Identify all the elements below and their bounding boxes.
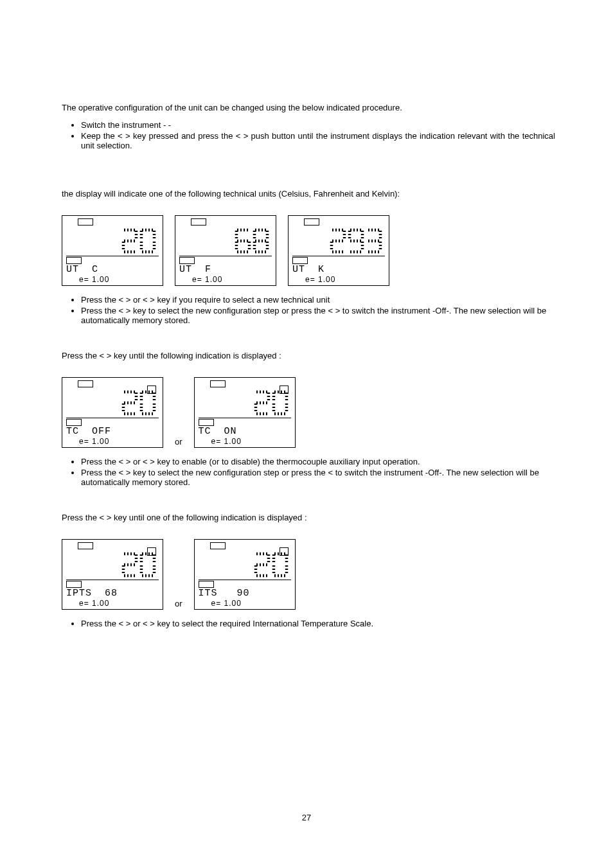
or-separator: or <box>175 599 182 610</box>
digit-0-icon <box>139 552 156 578</box>
lcd-panel: UT K e= 1.00 <box>288 215 389 286</box>
lcd-small-box-icon <box>280 385 289 394</box>
list-item: Switch the instrument - - <box>81 120 555 130</box>
lcd-battery-icon <box>292 257 308 264</box>
lcd-bottom-line: IPTS 68 <box>66 589 159 598</box>
steps-list-4: Press the < > or < > key to select the r… <box>62 619 555 628</box>
lcd-panel: IPTS 68 e= 1.00 <box>62 539 163 610</box>
document-page: The operative configuration of the unit … <box>0 0 613 835</box>
digit-8-icon <box>253 228 269 254</box>
intro-paragraph: The operative configuration of the unit … <box>62 103 555 114</box>
lcd-small-box-icon <box>147 385 156 394</box>
lcd-panel: ITS 90 e= 1.00 <box>194 539 296 610</box>
digit-0-icon <box>272 552 289 578</box>
page-number: 27 <box>0 813 613 822</box>
digit-2-icon <box>121 552 138 578</box>
lcd-bottom-line: UT C <box>66 265 159 274</box>
lcd-small-box-icon <box>147 547 156 556</box>
list-item: Press the < > key to select the new conf… <box>81 306 555 325</box>
digit-0-icon <box>139 228 156 254</box>
digit-0-icon <box>139 390 156 416</box>
lcd-battery-icon <box>78 380 93 387</box>
list-item: Press the < > or < > key to select the r… <box>81 619 555 628</box>
digit-2-icon <box>330 228 346 254</box>
lcd-e-line: e= 1.00 <box>211 438 291 445</box>
digit-2-icon <box>121 228 138 254</box>
digit-2-icon <box>254 390 271 416</box>
lcd-row-1: UT C e= 1.00 UT F e= 1.00 UT K e= 1.00 <box>62 215 555 286</box>
lcd-row-2: TC OFF e= 1.00 or TC ON e= 1.00 <box>62 377 555 448</box>
lcd-main-reading <box>179 227 272 254</box>
lcd-main-reading <box>66 227 159 254</box>
steps-list-2: Press the < > or < > key if you require … <box>62 295 555 325</box>
lcd-battery-icon <box>210 542 226 549</box>
lcd-battery-icon <box>191 218 206 226</box>
list-item: Press the < > key to select the new conf… <box>81 468 555 487</box>
lcd-row-3: IPTS 68 e= 1.00 or ITS 90 e= 1.00 <box>62 539 555 610</box>
lcd-battery-icon <box>304 218 319 226</box>
press-until-1: Press the < > key until the following in… <box>62 351 555 362</box>
lcd-panel: TC OFF e= 1.00 <box>62 377 163 448</box>
lcd-panel: UT C e= 1.00 <box>62 215 163 286</box>
digit-9-icon <box>348 228 364 254</box>
digit-6-icon <box>235 228 251 254</box>
press-until-2: Press the < > key until one of the follo… <box>62 513 555 524</box>
lcd-bottom-line: TC ON <box>199 427 291 436</box>
lcd-panel: TC ON e= 1.00 <box>194 377 296 448</box>
tech-units-line: the display will indicate one of the fol… <box>62 189 555 200</box>
or-separator: or <box>175 437 182 448</box>
lcd-main-reading <box>199 551 291 578</box>
lcd-panel: UT F e= 1.00 <box>175 215 276 286</box>
lcd-main-reading <box>292 227 385 254</box>
digit-3-icon <box>366 228 382 254</box>
lcd-e-line: e= 1.00 <box>79 599 159 607</box>
lcd-e-line: e= 1.00 <box>79 276 159 283</box>
lcd-main-reading <box>66 389 159 416</box>
lcd-bottom-line: ITS 90 <box>199 589 291 598</box>
lcd-e-line: e= 1.00 <box>192 276 272 283</box>
steps-list-1: Switch the instrument - - Keep the < > k… <box>62 120 555 150</box>
lcd-battery-icon <box>78 218 93 226</box>
lcd-battery-icon <box>210 380 226 387</box>
lcd-e-line: e= 1.00 <box>211 599 291 607</box>
lcd-battery-icon <box>66 419 82 426</box>
lcd-main-reading <box>199 389 291 416</box>
lcd-bottom-line: UT K <box>292 265 385 274</box>
lcd-e-line: e= 1.00 <box>305 276 385 283</box>
digit-0-icon <box>272 390 289 416</box>
lcd-battery-icon <box>66 581 82 588</box>
lcd-bottom-line: TC OFF <box>66 427 159 436</box>
list-item: Press the < > or < > key if you require … <box>81 295 555 305</box>
digit-2-icon <box>121 390 138 416</box>
digit-2-icon <box>254 552 271 578</box>
lcd-battery-icon <box>78 542 93 549</box>
lcd-battery-icon <box>199 581 214 588</box>
lcd-battery-icon <box>179 257 195 264</box>
lcd-main-reading <box>66 551 159 578</box>
steps-list-3: Press the < > or < > key to enable (or t… <box>62 457 555 487</box>
list-item: Press the < > or < > key to enable (or t… <box>81 457 555 466</box>
lcd-small-box-icon <box>280 547 289 556</box>
list-item: Keep the < > key pressed and press the <… <box>81 131 555 150</box>
lcd-battery-icon <box>66 257 82 264</box>
lcd-bottom-line: UT F <box>179 265 272 274</box>
lcd-e-line: e= 1.00 <box>79 438 159 445</box>
lcd-battery-icon <box>199 419 214 426</box>
